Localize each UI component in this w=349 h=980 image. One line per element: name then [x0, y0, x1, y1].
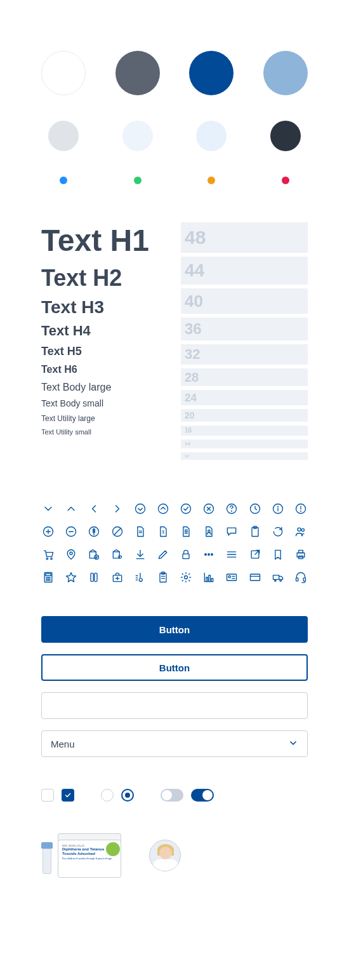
- svg-rect-53: [299, 550, 303, 553]
- help-circle-icon: [225, 502, 239, 516]
- swatch-gray: [115, 51, 160, 95]
- lock-icon: [179, 547, 193, 561]
- size-bar-48: 48: [181, 222, 308, 253]
- radio-checked[interactable]: [121, 789, 134, 802]
- svg-point-46: [211, 554, 213, 556]
- cart-icon: [41, 547, 55, 561]
- svg-rect-64: [91, 573, 93, 581]
- size-bar-12: 12: [181, 452, 308, 460]
- swatch-danger: [282, 177, 289, 184]
- size-bars: 48 44 40 36 32 28 24 20 16 14 12: [181, 222, 308, 464]
- avatar: [149, 840, 181, 871]
- file-icon: [133, 525, 147, 539]
- toggle-off[interactable]: [161, 789, 183, 802]
- swatch-blue-50: [122, 121, 153, 151]
- size-bar-32: 32: [181, 344, 308, 365]
- heading-6: Text H6: [41, 363, 168, 375]
- settings-icon: [179, 570, 193, 584]
- printer-icon: [294, 547, 308, 561]
- color-swatches: [41, 51, 308, 184]
- check-circle-icon: [179, 502, 193, 516]
- svg-point-11: [277, 506, 278, 507]
- edit-icon: [156, 547, 170, 561]
- svg-rect-81: [211, 579, 213, 582]
- clipboard-list-icon: [156, 570, 170, 584]
- svg-rect-38: [90, 552, 96, 558]
- svg-rect-88: [273, 575, 279, 580]
- size-bar-14: 14: [181, 440, 308, 448]
- svg-point-60: [46, 580, 47, 581]
- swatch-primary-blue: [189, 51, 234, 95]
- file-user-icon: [202, 525, 216, 539]
- plus-circle-icon: [41, 525, 55, 539]
- product-package: NDC 49281-225-10 Diphtheria and Tetanus …: [41, 833, 124, 878]
- svg-point-89: [274, 580, 276, 582]
- select-label: Menu: [51, 739, 75, 749]
- svg-point-7: [232, 511, 232, 511]
- redo-icon: [271, 525, 285, 539]
- chevron-up-icon: [64, 502, 78, 516]
- circle-chevron-down-icon: [133, 502, 147, 516]
- images-section: NDC 49281-225-10 Diphtheria and Tetanus …: [41, 833, 308, 878]
- svg-rect-86: [250, 574, 260, 581]
- bar-chart-icon: [202, 570, 216, 584]
- swatch-light-blue: [263, 51, 308, 95]
- size-bar-20: 20: [181, 409, 308, 422]
- svg-rect-79: [206, 577, 208, 582]
- users-icon: [294, 525, 308, 539]
- secondary-button[interactable]: Button: [41, 654, 308, 681]
- heading-2: Text H2: [41, 264, 168, 292]
- checkbox-checked[interactable]: [62, 789, 74, 802]
- svg-point-39: [95, 555, 99, 560]
- package-check-icon: [87, 547, 101, 561]
- radio-unchecked[interactable]: [101, 789, 114, 802]
- swatch-row-large: [41, 51, 308, 95]
- star-icon: [64, 570, 78, 584]
- test-tubes-icon: [87, 570, 101, 584]
- svg-line-23: [114, 528, 121, 535]
- heading-3: Text H3: [41, 297, 168, 318]
- product-badge: [106, 842, 120, 856]
- truck-icon: [271, 570, 285, 584]
- utility-small: Text Utility small: [41, 428, 168, 436]
- swatch-row-medium: [41, 121, 308, 151]
- svg-point-34: [301, 528, 304, 531]
- svg-point-45: [208, 554, 210, 556]
- svg-rect-56: [46, 574, 51, 575]
- alert-circle-icon: [294, 502, 308, 516]
- slash-circle-icon: [110, 525, 124, 539]
- chevron-down-icon: [288, 738, 298, 750]
- text-input[interactable]: [41, 692, 308, 719]
- svg-point-1: [158, 504, 168, 514]
- vial: [41, 842, 53, 878]
- svg-rect-91: [296, 578, 298, 581]
- body-large: Text Body large: [41, 381, 168, 393]
- size-bar-24: 24: [181, 390, 308, 405]
- svg-rect-52: [297, 553, 305, 558]
- circle-chevron-up-icon: [156, 502, 170, 516]
- thermometer-icon: [133, 570, 147, 584]
- bookmark-icon: [271, 547, 285, 561]
- primary-button[interactable]: Button: [41, 616, 308, 643]
- dropdown-select[interactable]: Menu: [41, 730, 308, 757]
- size-bar-16: 16: [181, 426, 308, 436]
- x-circle-icon: [202, 502, 216, 516]
- toggle-on[interactable]: [191, 789, 214, 802]
- credit-card-icon: [248, 570, 262, 584]
- swatch-info: [60, 177, 67, 184]
- chevron-down-icon: [41, 502, 55, 516]
- checkbox-unchecked[interactable]: [41, 789, 54, 802]
- svg-point-0: [135, 504, 145, 514]
- size-bar-44: 44: [181, 257, 308, 285]
- headset-icon: [294, 570, 308, 584]
- svg-point-57: [46, 577, 47, 578]
- swatch-row-small: [41, 177, 308, 184]
- svg-point-59: [49, 577, 50, 578]
- heading-5: Text H5: [41, 345, 168, 359]
- info-circle-icon: [271, 502, 285, 516]
- first-aid-icon: [110, 570, 124, 584]
- swatch-blue-75: [196, 121, 227, 151]
- svg-point-90: [280, 580, 282, 582]
- swatch-navy: [270, 121, 301, 151]
- svg-marker-63: [67, 573, 76, 582]
